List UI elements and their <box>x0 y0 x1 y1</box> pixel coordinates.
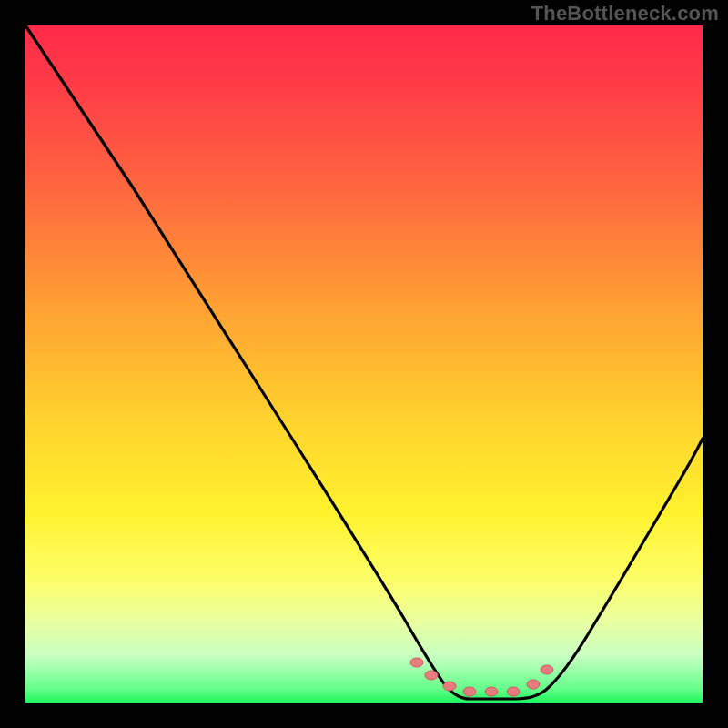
bottleneck-curve <box>25 25 703 699</box>
chart-frame: TheBottleneck.com <box>0 0 728 728</box>
marker-dot <box>443 682 456 691</box>
watermark-text: TheBottleneck.com <box>531 2 719 25</box>
marker-dot <box>463 687 476 696</box>
marker-dot <box>425 671 438 680</box>
marker-dot <box>527 680 540 689</box>
plot-area <box>25 25 703 703</box>
chart-svg <box>25 25 703 703</box>
marker-dot <box>507 687 520 696</box>
marker-dot <box>541 665 553 674</box>
marker-dot <box>410 658 423 667</box>
marker-dot <box>485 687 498 696</box>
